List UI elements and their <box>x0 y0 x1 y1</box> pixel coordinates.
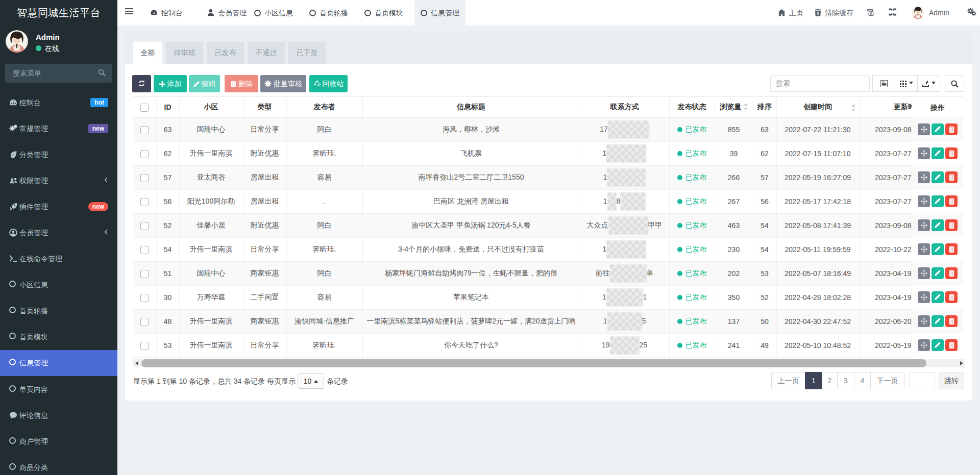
svg-text:A: A <box>870 11 873 16</box>
